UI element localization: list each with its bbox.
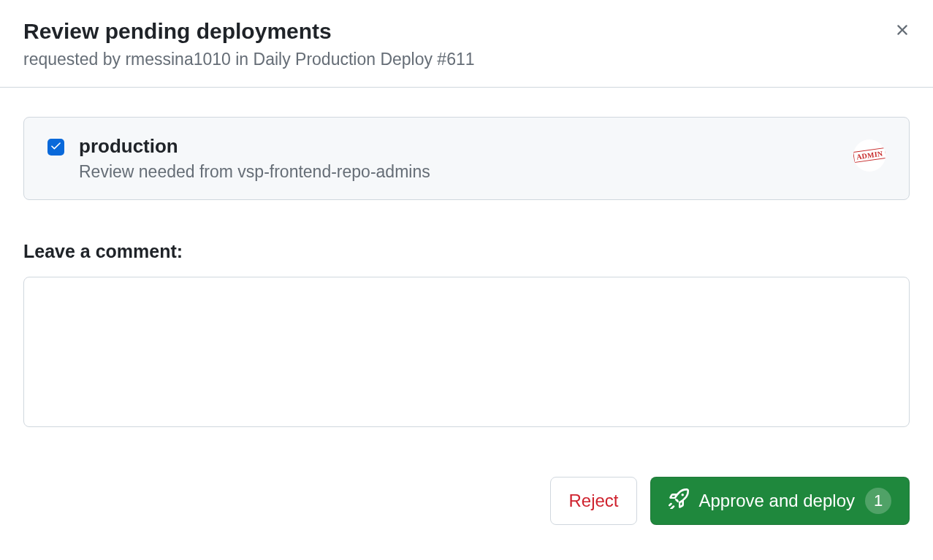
admin-stamp-icon: ADMIN [853, 147, 886, 163]
subtitle-prefix: requested by [23, 50, 125, 69]
approve-label: Approve and deploy [699, 491, 856, 511]
environment-info: production Review needed from vsp-fronte… [79, 135, 430, 182]
approve-and-deploy-button[interactable]: Approve and deploy 1 [650, 477, 910, 525]
environment-review-text: Review needed from vsp-frontend-repo-adm… [79, 162, 430, 182]
subtitle-in: in [231, 50, 254, 69]
close-button[interactable] [892, 20, 913, 41]
workflow-name: Daily Production Deploy #611 [254, 50, 475, 69]
requester-name: rmessina1010 [125, 50, 230, 69]
dialog-body: production Review needed from vsp-fronte… [0, 88, 933, 453]
comment-textarea[interactable] [23, 277, 910, 427]
comment-section: Leave a comment: [23, 241, 910, 430]
environment-checkbox[interactable] [47, 139, 64, 156]
environment-left: production Review needed from vsp-fronte… [47, 135, 430, 182]
reviewer-avatar: ADMIN [853, 139, 886, 172]
dialog-title: Review pending deployments [23, 18, 910, 45]
close-icon [894, 21, 911, 41]
checkmark-icon [50, 139, 62, 155]
review-deployments-dialog: Review pending deployments requested by … [0, 0, 933, 560]
rocket-icon [669, 488, 689, 513]
review-prefix: Review needed from [79, 162, 237, 181]
dialog-subtitle: requested by rmessina1010 in Daily Produ… [23, 50, 910, 69]
comment-label: Leave a comment: [23, 241, 910, 262]
dialog-header: Review pending deployments requested by … [0, 0, 933, 88]
reject-button[interactable]: Reject [550, 477, 636, 525]
approve-count-badge: 1 [865, 488, 891, 514]
dialog-footer: Reject Approve and deploy 1 [0, 477, 933, 548]
reviewer-name: vsp-frontend-repo-admins [237, 162, 430, 181]
environment-name: production [79, 135, 430, 158]
reject-label: Reject [568, 491, 618, 511]
environment-card: production Review needed from vsp-fronte… [23, 117, 910, 200]
